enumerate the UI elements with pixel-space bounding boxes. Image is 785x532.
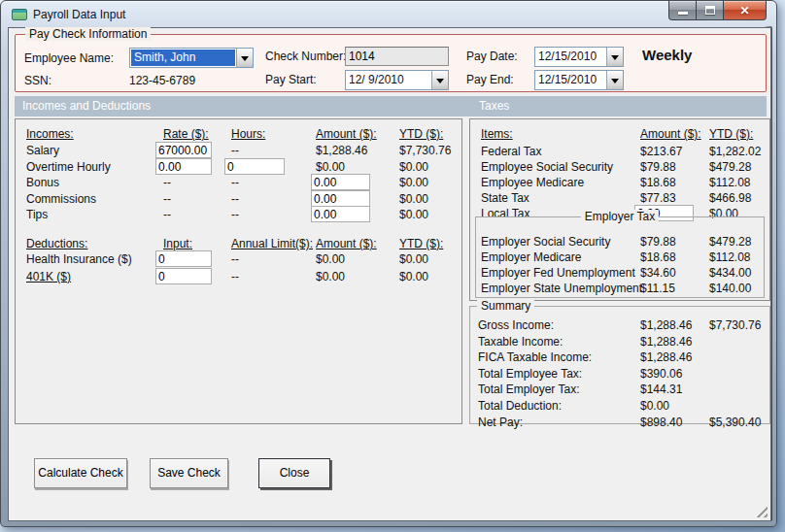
incomes-name: Commissions [26, 192, 96, 206]
save-check-button[interactable]: Save Check [150, 458, 228, 488]
table-row: Gross Income:$1,288.46$7,730.76 [470, 318, 769, 334]
pay-start-picker[interactable]: 12/ 9/2010 [345, 70, 449, 90]
taxes-panel: Items: Amount ($): YTD ($): Federal Tax$… [469, 118, 770, 301]
hours-col-header: Hours: [231, 127, 265, 141]
table-row: Federal Tax$213.67$1,282.02 [470, 145, 769, 160]
incomes-amount: $0.00 [316, 160, 345, 174]
tax-employer-name: Employer Social Security [481, 235, 610, 249]
tax-employee-amount: $77.83 [640, 191, 676, 205]
chevron-down-icon [611, 79, 619, 87]
tax-employee-name: State Tax [481, 191, 529, 205]
tax-employee-ytd: $112.08 [709, 176, 751, 189]
summary-name: Gross Income: [478, 318, 554, 332]
ssn-label: SSN: [24, 74, 51, 87]
incomes-ytd: $0.00 [399, 192, 428, 206]
pay-date-picker[interactable]: 12/15/2010 [534, 47, 624, 67]
tax-employer-name: Employer State Unemployment [481, 282, 642, 295]
deduction-input[interactable] [155, 250, 212, 267]
check-number-field[interactable] [345, 47, 449, 66]
incomes-ytd: $7,730.76 [399, 144, 451, 157]
pay-frequency-label: Weekly [642, 47, 692, 63]
tax-employee-ytd: $479.28 [709, 160, 751, 174]
tax-employer-ytd: $112.08 [709, 250, 751, 264]
table-row: Salary--$1,288.46$7,730.76 [16, 144, 461, 159]
tax-employee-ytd: $466.98 [709, 191, 751, 205]
deduction-ytd: $0.00 [399, 252, 428, 266]
close-window-button[interactable]: ✕ [723, 1, 767, 20]
chevron-down-icon [241, 56, 249, 65]
tax-employer-ytd: $140.00 [709, 282, 751, 295]
incomes-amount[interactable] [311, 206, 370, 222]
table-row: FICA Taxable Income:$1,288.46 [470, 350, 769, 366]
incomes-rate: -- [163, 192, 171, 206]
tax-ytd-col-header: YTD ($): [709, 127, 753, 141]
summary-name: Total Deduction: [478, 399, 562, 413]
employer-tax-group-label: Employer Tax [581, 210, 659, 223]
table-row: Total Deduction:$0.00 [470, 399, 769, 415]
employee-name-label: Employee Name: [24, 51, 114, 65]
tax-employer-name: Employer Medicare [481, 250, 581, 264]
table-row: Employer Social Security$79.88$479.28 [470, 235, 769, 250]
check-number-label: Check Number: [265, 50, 346, 63]
input-col-header: Input: [163, 237, 192, 250]
tax-employee-ytd: $1,282.02 [709, 145, 761, 158]
incomes-rate: -- [163, 208, 171, 221]
deduction-input[interactable] [155, 268, 212, 284]
pay-start-value: 12/ 9/2010 [346, 71, 431, 89]
summary-amount: $390.06 [640, 367, 682, 381]
incomes-rate[interactable] [155, 142, 212, 158]
deductions-col-header: Deductions: [26, 237, 87, 250]
summary-name: Total Employee Tax: [478, 367, 582, 381]
pay-end-dropdown-button[interactable] [606, 71, 623, 89]
dialog-client-area: Pay Check Information Employee Name: Smi… [8, 27, 771, 521]
incomes-amount: $1,288.46 [316, 144, 367, 157]
tax-employer-name: Employer Fed Unemployment [481, 266, 635, 280]
title-bar[interactable]: Payroll Data Input ✕ [1, 1, 776, 27]
window-controls: ✕ [669, 1, 767, 21]
payroll-window: Payroll Data Input ✕ Pay Check Informati… [0, 0, 777, 527]
table-row: Employee Social Security$79.88$479.28 [470, 160, 769, 176]
close-button[interactable]: Close [258, 458, 330, 488]
employee-name-dropdown-button[interactable] [236, 49, 253, 67]
incomes-rate[interactable] [155, 158, 212, 175]
incomes-col-header: Incomes: [26, 127, 74, 141]
pay-date-label: Pay Date: [466, 50, 518, 63]
employee-name-combobox[interactable]: Smith, John [129, 48, 254, 68]
taxes-section-header: Taxes [479, 99, 509, 113]
close-icon: ✕ [739, 4, 749, 17]
incomes-amount[interactable] [311, 190, 370, 207]
pay-date-dropdown-button[interactable] [606, 48, 623, 66]
incomes-name: Bonus [26, 176, 59, 189]
summary-name: Taxable Income: [478, 335, 563, 349]
ded-ytd-col-header: YTD ($): [399, 237, 443, 250]
deduction-name: 401K ($) [26, 270, 71, 283]
pay-end-label: Pay End: [466, 73, 514, 86]
table-row: Bonus----$0.00 [16, 176, 461, 191]
calculate-check-button[interactable]: Calculate Check [34, 458, 127, 488]
table-row: Employer Fed Unemployment$34.60$434.00 [470, 266, 769, 282]
summary-name: Total Employer Tax: [478, 382, 580, 396]
table-row: Net Pay:$898.40$5,390.40 [470, 416, 769, 431]
maximize-button[interactable] [696, 1, 724, 20]
incomes-amount[interactable] [311, 174, 370, 190]
deduction-limit: -- [231, 270, 239, 283]
incomes-hours[interactable] [224, 158, 285, 175]
incomes-section-header: Incomes and Deductions [22, 99, 151, 113]
resize-grip[interactable] [753, 503, 768, 517]
pay-end-picker[interactable]: 12/15/2010 [534, 70, 624, 90]
amount-col-header: Amount ($): [316, 127, 377, 141]
pay-start-dropdown-button[interactable] [431, 71, 448, 89]
incomes-name: Overtime Hourly [26, 160, 111, 174]
incomes-name: Salary [26, 144, 59, 157]
tax-employer-amount: $11.15 [640, 282, 675, 295]
summary-name: Net Pay: [478, 416, 523, 429]
table-row: Health Insurance ($)--$0.00$0.00 [16, 252, 461, 268]
tax-employee-name: Employee Social Security [481, 160, 613, 174]
minimize-button[interactable] [668, 1, 697, 20]
table-row: Employer State Unemployment$11.15$140.00 [470, 282, 769, 297]
summary-amount: $0.00 [640, 399, 669, 413]
summary-group: Summary Gross Income:$1,288.46$7,730.76T… [469, 306, 770, 424]
table-row: Commissions----$0.00 [16, 192, 461, 208]
table-row: Tips----$0.00 [16, 208, 461, 223]
tax-employer-amount: $18.68 [640, 250, 676, 264]
